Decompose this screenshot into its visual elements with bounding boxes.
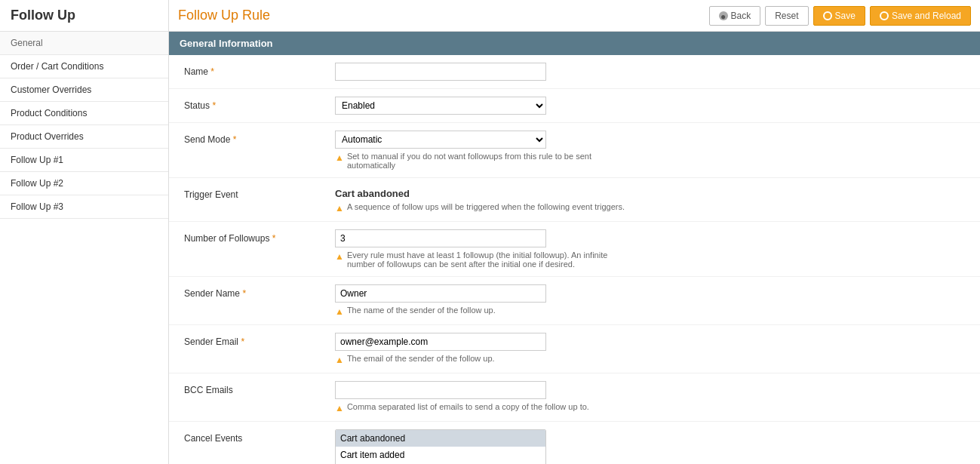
- status-select[interactable]: Enabled Disabled: [335, 97, 546, 115]
- sidebar-item-product-overrides[interactable]: Product Overrides: [0, 125, 168, 149]
- back-button[interactable]: ● Back: [709, 6, 761, 26]
- cancel-events-label: Cancel Events: [184, 429, 335, 444]
- num-followups-required: *: [272, 233, 276, 244]
- trigger-event-value: Cart abandoned: [335, 186, 965, 199]
- sender-name-field: ▲ The name of the sender of the follow u…: [335, 284, 965, 317]
- sidebar-item-customer-overrides[interactable]: Customer Overrides: [0, 78, 168, 102]
- name-row: Name *: [169, 55, 980, 89]
- sender-name-input[interactable]: [335, 284, 546, 303]
- trigger-hint-icon: ▲: [335, 203, 344, 214]
- sender-email-label: Sender Email *: [184, 333, 335, 347]
- save-icon: [823, 11, 832, 20]
- form-body: Name * Status * Enabled: [169, 55, 980, 464]
- bcc-emails-field: ▲ Comma separated list of emails to send…: [335, 381, 965, 413]
- trigger-event-hint: ▲ A sequence of follow ups will be trigg…: [335, 202, 637, 214]
- num-followups-row: Number of Followups * ▲ Every rule must …: [169, 222, 980, 277]
- num-followups-hint: ▲ Every rule must have at least 1 follow…: [335, 250, 637, 269]
- name-input[interactable]: [335, 63, 546, 81]
- sender-email-hint-icon: ▲: [335, 355, 344, 365]
- num-followups-hint-icon: ▲: [335, 251, 344, 262]
- send-mode-select[interactable]: Automatic Manual: [335, 131, 546, 149]
- form-area: General Information Name * Status: [169, 32, 980, 464]
- trigger-event-row: Trigger Event Cart abandoned ▲ A sequenc…: [169, 178, 980, 222]
- bcc-emails-input[interactable]: [335, 381, 546, 399]
- status-row: Status * Enabled Disabled: [169, 89, 980, 123]
- num-followups-label: Number of Followups *: [184, 229, 335, 244]
- sender-email-field: ▲ The email of the sender of the follow …: [335, 333, 965, 365]
- save-reload-button[interactable]: Save and Reload: [870, 6, 971, 26]
- send-mode-field: Automatic Manual ▲ Set to manual if you …: [335, 131, 965, 170]
- sidebar-group-label: General: [0, 32, 168, 55]
- sidebar-item-product-conditions[interactable]: Product Conditions: [0, 102, 168, 125]
- sidebar-item-followup-1[interactable]: Follow Up #1: [0, 149, 168, 172]
- sender-name-hint: ▲ The name of the sender of the follow u…: [335, 306, 637, 317]
- status-label: Status *: [184, 97, 335, 111]
- main-content: Follow Up Rule ● Back Reset Save Save an…: [169, 0, 980, 464]
- send-mode-row: Send Mode * Automatic Manual ▲ Set to ma…: [169, 123, 980, 178]
- sender-email-hint: ▲ The email of the sender of the follow …: [335, 354, 637, 365]
- reset-button[interactable]: Reset: [765, 6, 808, 26]
- sidebar-item-followup-2[interactable]: Follow Up #2: [0, 172, 168, 195]
- sender-email-row: Sender Email * ▲ The email of the sender…: [169, 325, 980, 373]
- sidebar-item-order-cart[interactable]: Order / Cart Conditions: [0, 55, 168, 78]
- name-label: Name *: [184, 63, 335, 77]
- name-required: *: [210, 66, 214, 77]
- back-icon: ●: [719, 11, 728, 20]
- bcc-emails-row: BCC Emails ▲ Comma separated list of ema…: [169, 373, 980, 422]
- sender-name-label: Sender Name *: [184, 284, 335, 299]
- sender-name-required: *: [242, 288, 246, 299]
- send-mode-label: Send Mode *: [184, 131, 335, 145]
- sender-name-row: Sender Name * ▲ The name of the sender o…: [169, 277, 980, 325]
- cancel-events-select[interactable]: Cart abandoned Cart item added Cart item…: [335, 429, 546, 464]
- hint-icon: ▲: [335, 152, 344, 163]
- sidebar-item-followup-3[interactable]: Follow Up #3: [0, 195, 168, 219]
- sender-email-input[interactable]: [335, 333, 546, 351]
- sidebar-title: Follow Up: [0, 0, 168, 32]
- top-bar: Follow Up Rule ● Back Reset Save Save an…: [169, 0, 980, 32]
- top-bar-actions: ● Back Reset Save Save and Reload: [709, 6, 971, 26]
- cancel-events-field: Cart abandoned Cart item added Cart item…: [335, 429, 965, 464]
- bcc-emails-hint-icon: ▲: [335, 403, 344, 413]
- name-field: [335, 63, 965, 81]
- sender-email-required: *: [241, 336, 244, 347]
- page-title: Follow Up Rule: [178, 8, 270, 23]
- bcc-emails-label: BCC Emails: [184, 381, 335, 395]
- send-mode-required: *: [233, 134, 237, 145]
- status-field: Enabled Disabled: [335, 97, 965, 115]
- save-reload-icon: [880, 11, 889, 20]
- status-required: *: [212, 100, 216, 111]
- send-mode-hint: ▲ Set to manual if you do not want follo…: [335, 152, 637, 170]
- section-header: General Information: [169, 32, 980, 55]
- sender-name-hint-icon: ▲: [335, 306, 344, 317]
- sidebar: Follow Up General Order / Cart Condition…: [0, 0, 169, 464]
- num-followups-field: ▲ Every rule must have at least 1 follow…: [335, 229, 965, 269]
- bcc-emails-hint: ▲ Comma separated list of emails to send…: [335, 402, 637, 413]
- num-followups-input[interactable]: [335, 229, 546, 247]
- cancel-events-row: Cancel Events Cart abandoned Cart item a…: [169, 422, 980, 464]
- trigger-event-label: Trigger Event: [184, 186, 335, 200]
- trigger-event-field: Cart abandoned ▲ A sequence of follow up…: [335, 186, 965, 214]
- save-button[interactable]: Save: [813, 6, 865, 26]
